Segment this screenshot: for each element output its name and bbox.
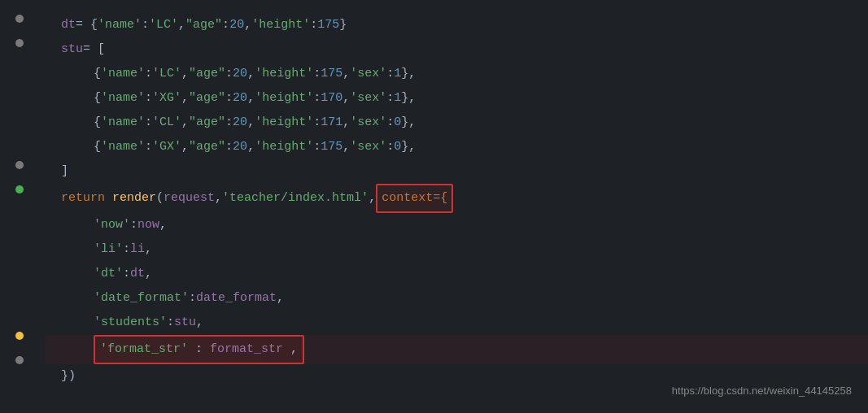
gutter-icon-10 — [11, 226, 28, 250]
gutter-icons — [11, 7, 28, 372]
gutter-icon-11 — [11, 250, 28, 275]
var-dt: dt — [61, 13, 76, 37]
gutter-icon-14 — [11, 324, 28, 348]
code-line-14: 'format_str' : format_str , — [45, 335, 868, 364]
code-line-12: 'date_format' : date_format , — [45, 286, 868, 311]
gutter-icon-2 — [11, 31, 28, 55]
code-area: dt = { 'name' : 'LC' , "age" : 20 , 'hei… — [45, 7, 868, 389]
code-line-7: ] — [45, 159, 868, 184]
code-line-13: 'students' : stu , — [45, 311, 868, 335]
gutter-icon-3 — [11, 55, 28, 80]
code-line-9: 'now' : now , — [45, 213, 868, 237]
editor-container: dt = { 'name' : 'LC' , "age" : 20 , 'hei… — [0, 0, 868, 413]
code-line-2: stu = [ — [45, 37, 868, 62]
gutter-icon-6 — [11, 128, 28, 153]
code-line-1: dt = { 'name' : 'LC' , "age" : 20 , 'hei… — [45, 13, 868, 37]
gutter-icon-8 — [11, 177, 28, 202]
code-line-4: { 'name' : 'XG' , "age" : 20 , 'height' … — [45, 86, 868, 111]
code-line-8: return render ( request , 'teacher/index… — [45, 184, 868, 213]
gutter-icon-13 — [11, 299, 28, 324]
code-line-10: 'li' : li , — [45, 237, 868, 262]
code-line-11: 'dt' : dt , — [45, 262, 868, 286]
gutter-icon-4 — [11, 80, 28, 104]
gutter-icon-7 — [11, 153, 28, 177]
gutter-icon-1 — [11, 7, 28, 31]
gutter-icon-5 — [11, 104, 28, 128]
code-line-6: { 'name' : 'GX' , "age" : 20 , 'height' … — [45, 135, 868, 159]
code-line-3: { 'name' : 'LC' , "age" : 20 , 'height' … — [45, 62, 868, 86]
gutter-icon-9 — [11, 202, 28, 226]
context-highlight: context={ — [376, 184, 453, 213]
format-str-highlight: 'format_str' : format_str , — [94, 335, 304, 364]
code-line-5: { 'name' : 'CL' , "age" : 20 , 'height' … — [45, 111, 868, 135]
watermark: https://blog.csdn.net/weixin_44145258 — [672, 379, 852, 403]
gutter-icon-12 — [11, 275, 28, 299]
gutter-icon-15 — [11, 348, 28, 372]
